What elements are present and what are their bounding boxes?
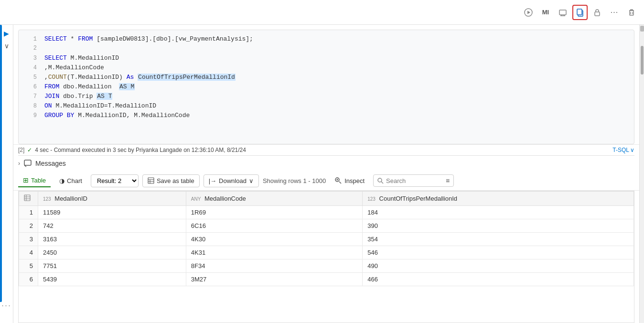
row-num: 4: [19, 246, 38, 259]
data-table-wrapper: 123 MedallionID ANY MedallionCode 123 Co…: [18, 191, 634, 323]
row-4-col1: 2450: [38, 246, 186, 259]
search-icon: [377, 178, 384, 184]
code-line-7: 7 JOIN dbo.Trip AS T: [19, 92, 634, 102]
save-icon: [148, 177, 154, 184]
more-options[interactable]: ···: [1, 301, 11, 311]
main-content: ▶ ∨ ··· 1 SELECT * FROM [sampleDW0813].[…: [0, 25, 644, 323]
table-header-row: 123 MedallionID ANY MedallionCode 123 Co…: [19, 192, 634, 206]
code-line-6: 6 FROM dbo.Medallion AS M: [19, 83, 634, 92]
status-bar: [2] ✓ 4 sec - Command executed in 3 sec …: [13, 144, 639, 155]
chart-icon: ◑: [59, 177, 64, 184]
data-table: 123 MedallionID ANY MedallionCode 123 Co…: [19, 191, 634, 286]
cell-reference: [2]: [18, 147, 24, 153]
row-6-col1: 5439: [38, 273, 186, 286]
results-toolbar: ⊞ Table ◑ Chart Result: 2 Result: 1 Save…: [13, 171, 639, 191]
row-2-col2: 6C16: [186, 219, 362, 233]
lock-toolbar-btn[interactable]: [590, 5, 605, 20]
row-1-col2: 1R69: [186, 206, 362, 219]
scrollbar[interactable]: [639, 25, 644, 323]
tab-table[interactable]: ⊞ Table: [18, 174, 51, 187]
row-num: 2: [19, 219, 38, 233]
th-medallioncode-label: MedallionCode: [204, 195, 246, 202]
svg-line-19: [381, 182, 383, 183]
table-row: 2 742 6C16 390: [19, 219, 634, 233]
tab-table-label: Table: [31, 177, 46, 184]
row-5-col3: 490: [363, 259, 634, 273]
filter-btn[interactable]: ≡: [446, 177, 450, 184]
screen-toolbar-btn[interactable]: [555, 5, 570, 20]
table-icon: ⊞: [23, 176, 29, 184]
expand-icon[interactable]: ›: [18, 160, 20, 167]
ml-toolbar-btn[interactable]: MI: [538, 5, 553, 20]
row-1-col1: 11589: [38, 206, 186, 219]
code-line-8: 8 ON M.MedallionID=T.MedallionID: [19, 102, 634, 111]
tab-chart-label: Chart: [67, 177, 82, 184]
row-5-col2: 8F34: [186, 259, 362, 273]
th-rownum: [19, 192, 38, 206]
save-as-table-label: Save as table: [157, 177, 194, 184]
th-countoftrips: 123 CountOfTripsPerMedallionId: [363, 192, 634, 206]
tab-chart[interactable]: ◑ Chart: [54, 175, 87, 187]
code-line-2: 2: [19, 44, 634, 54]
row-5-col1: 7751: [38, 259, 186, 273]
row-num: 5: [19, 259, 38, 273]
result-selector[interactable]: Result: 2 Result: 1: [91, 174, 139, 187]
language-selector[interactable]: T-SQL ∨: [612, 147, 634, 153]
svg-rect-6: [577, 9, 582, 15]
code-line-4: 4 ,M.MedallionCode: [19, 64, 634, 73]
table-row: 3 3163 4K30 354: [19, 233, 634, 246]
code-line-1: 1 SELECT * FROM [sampleDW0813].[dbo].[vw…: [19, 35, 634, 44]
row-6-col3: 466: [363, 273, 634, 286]
download-pipe-icon: |→: [209, 177, 216, 184]
row-num: 1: [19, 206, 38, 219]
row-3-col2: 4K30: [186, 233, 362, 246]
messages-icon: [24, 160, 32, 167]
delete-toolbar-btn[interactable]: [624, 5, 639, 20]
th-medallioncode: ANY MedallionCode: [186, 192, 362, 206]
download-btn[interactable]: |→ Download ∨: [204, 174, 259, 187]
top-toolbar: MI ···: [0, 0, 644, 25]
row-1-col3: 184: [363, 206, 634, 219]
row-2-col1: 742: [38, 219, 186, 233]
code-line-5: 5 ,COUNT(T.MedallionID) As CountOfTripsP…: [19, 73, 634, 83]
svg-rect-7: [595, 12, 600, 16]
inspect-icon: [334, 177, 342, 184]
row-2-col3: 390: [363, 219, 634, 233]
inspect-btn[interactable]: Inspect: [330, 174, 369, 187]
save-as-table-btn[interactable]: Save as table: [142, 174, 200, 187]
row-4-col3: 546: [363, 246, 634, 259]
svg-rect-13: [148, 178, 154, 183]
table-row: 1 11589 1R69 184: [19, 206, 634, 219]
row-6-col2: 3M27: [186, 273, 362, 286]
svg-rect-20: [24, 195, 30, 201]
scroll-thumb[interactable]: [641, 46, 644, 75]
inspect-label: Inspect: [344, 177, 365, 184]
rows-info: Showing rows 1 - 1000: [263, 177, 326, 184]
copy-toolbar-btn[interactable]: [572, 5, 588, 20]
messages-label: Messages: [35, 160, 66, 167]
row-3-col1: 3163: [38, 233, 186, 246]
status-message: 4 sec - Command executed in 3 sec by Pri…: [35, 147, 246, 153]
svg-point-18: [378, 178, 382, 182]
svg-rect-1: [559, 10, 566, 15]
code-line-9: 9 GROUP BY M.MedallionID, M.MedallionCod…: [19, 111, 634, 121]
content-area: 1 SELECT * FROM [sampleDW0813].[dbo].[vw…: [13, 25, 639, 323]
code-line-3: 3 SELECT M.MedallionID: [19, 54, 634, 64]
run-toolbar-btn[interactable]: [521, 5, 536, 20]
collapse-button[interactable]: ∨: [3, 41, 10, 51]
download-label: Download: [219, 177, 247, 184]
messages-section: › Messages: [13, 156, 639, 171]
search-box[interactable]: ≡: [373, 174, 454, 187]
row-num: 3: [19, 233, 38, 246]
run-button[interactable]: ▶: [3, 29, 10, 38]
table-row: 5 7751 8F34 490: [19, 259, 634, 273]
svg-rect-8: [630, 11, 633, 15]
th-countoftrips-label: CountOfTripsPerMedallionId: [379, 195, 458, 202]
search-input[interactable]: [386, 177, 443, 184]
svg-rect-11: [24, 160, 31, 165]
th-medallionid: 123 MedallionID: [38, 192, 186, 206]
more-toolbar-btn[interactable]: ···: [607, 5, 622, 20]
download-chevron: ∨: [249, 177, 254, 184]
code-editor[interactable]: 1 SELECT * FROM [sampleDW0813].[dbo].[vw…: [18, 30, 634, 144]
left-gutter: ▶ ∨ ···: [0, 25, 13, 323]
